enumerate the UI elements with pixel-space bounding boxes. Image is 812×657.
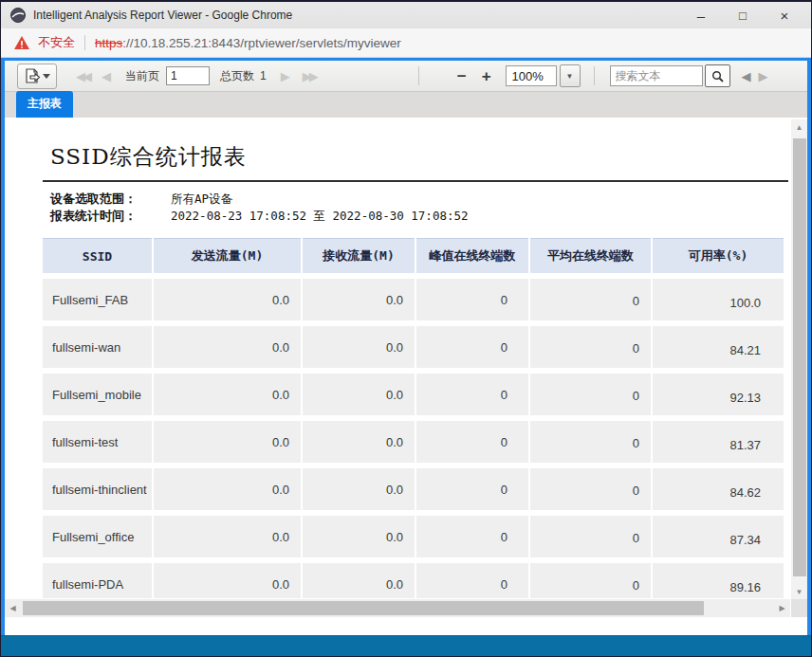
table-cell: 0.0 bbox=[303, 516, 415, 557]
table-cell: 0 bbox=[530, 468, 651, 510]
table-cell: 81.37 bbox=[653, 421, 784, 463]
stat-time-label: 报表统计时间： bbox=[43, 208, 171, 225]
not-secure-label[interactable]: 不安全 bbox=[38, 34, 75, 51]
vertical-scroll-thumb[interactable] bbox=[793, 138, 806, 576]
find-next-button[interactable]: ▶ bbox=[759, 70, 768, 82]
column-header: SSID bbox=[43, 238, 152, 273]
table-cell: 0.0 bbox=[154, 326, 301, 368]
table-cell: fullsemi-PDA bbox=[43, 563, 152, 598]
toolbar-separator-2 bbox=[594, 66, 595, 85]
table-cell: 0.0 bbox=[303, 563, 415, 598]
report-page: SSID综合统计报表 设备选取范围： 所有AP设备 报表统计时间： 2022-0… bbox=[5, 118, 790, 598]
table-cell: 0.0 bbox=[154, 468, 301, 510]
total-pages-label: 总页数 bbox=[220, 68, 254, 84]
url-rest: ://10.18.255.21:8443/rptviewer/servlets/… bbox=[122, 36, 400, 50]
first-page-button[interactable]: ◀◀ bbox=[76, 70, 89, 82]
table-cell: 0.0 bbox=[154, 563, 301, 598]
window-title: Intelligent Analysis Report Viewer - Goo… bbox=[33, 9, 292, 22]
close-button[interactable]: × bbox=[764, 2, 805, 28]
table-cell: fullsemi-wan bbox=[43, 326, 152, 368]
table-cell: Fullsemi_mobile bbox=[43, 374, 152, 415]
minimize-button[interactable]: – bbox=[680, 2, 722, 28]
table-cell: 0.0 bbox=[303, 421, 415, 463]
current-page-input[interactable] bbox=[166, 66, 210, 85]
column-header: 发送流量(M) bbox=[154, 238, 301, 273]
table-row: fullsemi-thinclient0.00.00084.62 bbox=[43, 468, 784, 510]
table-cell: 0 bbox=[530, 516, 651, 557]
toolbar-separator bbox=[418, 66, 419, 85]
table-cell: fullsemi-thinclient bbox=[43, 468, 152, 510]
export-dropdown-caret bbox=[43, 74, 50, 79]
prev-page-button[interactable]: ◀ bbox=[102, 70, 111, 82]
table-cell: 0.0 bbox=[154, 516, 301, 557]
device-range-value: 所有AP设备 bbox=[171, 191, 232, 208]
table-cell: 0 bbox=[416, 468, 528, 510]
table-cell: 0 bbox=[416, 326, 528, 368]
favicon-globe-icon bbox=[10, 8, 26, 23]
zoom-level-field[interactable]: 100% bbox=[506, 65, 557, 86]
export-icon bbox=[25, 68, 41, 83]
scroll-right-arrow-icon[interactable]: ▶ bbox=[774, 600, 790, 616]
table-cell: 0 bbox=[416, 421, 528, 463]
table-header-row: SSID发送流量(M)接收流量(M)峰值在线终端数平均在线终端数可用率(%) bbox=[43, 238, 784, 273]
url-scheme-struck: https bbox=[95, 36, 122, 50]
column-header: 峰值在线终端数 bbox=[416, 238, 528, 273]
zoom-out-button[interactable]: − bbox=[457, 68, 467, 84]
zoom-dropdown-button[interactable]: ▼ bbox=[560, 64, 581, 87]
horizontal-scrollbar[interactable]: ◀ ▶ bbox=[5, 599, 790, 617]
export-button[interactable] bbox=[17, 64, 57, 89]
current-page-label: 当前页 bbox=[125, 68, 159, 84]
report-meta: 设备选取范围： 所有AP设备 报表统计时间： 2022-08-23 17:08:… bbox=[43, 191, 790, 225]
table-cell: 0 bbox=[530, 563, 651, 598]
table-cell: 0 bbox=[530, 279, 651, 320]
vertical-scrollbar[interactable]: ▲ ▼ bbox=[791, 119, 807, 600]
table-row: fullsemi-wan0.00.00084.21 bbox=[43, 326, 784, 368]
table-cell: 0.0 bbox=[303, 468, 415, 510]
tab-main-report[interactable]: 主报表 bbox=[16, 91, 73, 118]
table-cell: 0 bbox=[530, 374, 651, 415]
table-row: Fullsemi_FAB0.00.000100.0 bbox=[43, 279, 784, 320]
table-cell: fullsemi-test bbox=[43, 421, 152, 463]
table-cell: 0 bbox=[530, 326, 651, 368]
scroll-up-arrow-icon[interactable]: ▲ bbox=[791, 119, 807, 136]
find-prev-button[interactable]: ◀ bbox=[742, 70, 751, 82]
last-page-button[interactable]: ▶▶ bbox=[303, 70, 316, 82]
horizontal-scroll-thumb[interactable] bbox=[23, 601, 704, 615]
table-row: Fullsemi_mobile0.00.00092.13 bbox=[43, 374, 784, 415]
table-cell: 0 bbox=[416, 279, 528, 320]
address-bar: 不安全 https://10.18.255.21:8443/rptviewer/… bbox=[1, 28, 811, 58]
table-cell: 84.62 bbox=[653, 468, 784, 510]
table-cell: Fullsemi_FAB bbox=[43, 279, 152, 320]
table-row: fullsemi-test0.00.00081.37 bbox=[43, 421, 784, 463]
search-button[interactable] bbox=[705, 64, 730, 87]
window-controls: – □ × bbox=[680, 2, 805, 28]
page-bottom-bar bbox=[1, 635, 811, 656]
table-cell: 0 bbox=[416, 563, 528, 598]
scroll-down-arrow-icon[interactable]: ▼ bbox=[791, 584, 807, 600]
column-header: 可用率(%) bbox=[653, 238, 784, 273]
table-row: fullsemi-PDA0.00.00089.16 bbox=[43, 563, 784, 598]
total-pages-value: 1 bbox=[260, 69, 267, 82]
table-cell: 0.0 bbox=[303, 279, 415, 320]
stat-time-value: 2022-08-23 17:08:52 至 2022-08-30 17:08:5… bbox=[171, 208, 469, 225]
scrollbar-corner bbox=[791, 599, 807, 617]
table-cell: 100.0 bbox=[653, 279, 784, 320]
table-cell: 0.0 bbox=[154, 374, 301, 415]
scroll-left-arrow-icon[interactable]: ◀ bbox=[5, 600, 21, 616]
next-page-button[interactable]: ▶ bbox=[281, 70, 290, 82]
table-row: Fullsemi_office0.00.00087.34 bbox=[43, 516, 784, 557]
search-input[interactable] bbox=[610, 65, 703, 86]
search-icon bbox=[711, 70, 724, 82]
column-header: 接收流量(M) bbox=[303, 238, 415, 273]
report-content-area: SSID综合统计报表 设备选取范围： 所有AP设备 报表统计时间： 2022-0… bbox=[5, 118, 807, 636]
table-cell: 84.21 bbox=[653, 326, 784, 368]
table-cell: 89.16 bbox=[653, 563, 784, 598]
report-viewer-panel: ◀◀ ◀ 当前页 总页数 1 ▶ ▶▶ − + 100% ▼ bbox=[5, 61, 807, 636]
table-cell: 92.13 bbox=[653, 374, 784, 415]
tab-strip: 主报表 bbox=[5, 92, 807, 118]
maximize-button[interactable]: □ bbox=[722, 2, 764, 28]
zoom-in-button[interactable]: + bbox=[482, 68, 491, 84]
page-url[interactable]: https://10.18.255.21:8443/rptviewer/serv… bbox=[95, 36, 401, 50]
table-cell: 0.0 bbox=[154, 279, 301, 320]
device-range-label: 设备选取范围： bbox=[43, 191, 171, 208]
